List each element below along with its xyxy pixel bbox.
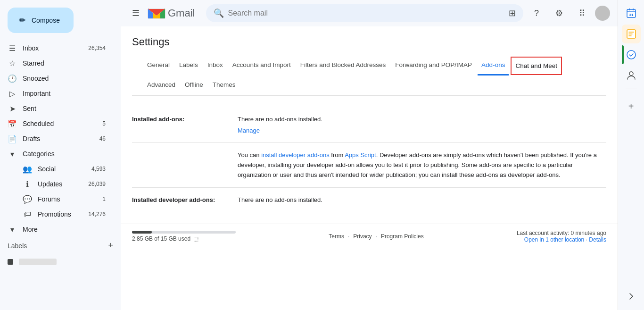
promotions-label: Promotions <box>38 210 71 218</box>
snoozed-icon: 🕐 <box>8 74 17 83</box>
install-text-1: You can <box>238 151 261 159</box>
installed-addons-content: There are no add-ons installed. Manage <box>238 115 606 135</box>
compose-button[interactable]: ✏ Compose <box>8 8 74 33</box>
tab-inbox[interactable]: Inbox <box>204 56 227 75</box>
right-panel-contacts-icon[interactable] <box>622 66 641 85</box>
terms-link[interactable]: Terms <box>329 233 344 240</box>
promotions-count: 14,276 <box>88 211 106 218</box>
footer: 2.85 GB of 15 GB used ⬚ Terms · Privacy … <box>121 224 618 249</box>
drafts-label: Drafts <box>23 135 40 142</box>
help-button[interactable]: ? <box>527 4 546 23</box>
svg-point-12 <box>629 72 633 75</box>
hamburger-menu-button[interactable]: ☰ <box>128 4 143 22</box>
search-icon: 🔍 <box>214 8 224 18</box>
sidebar-item-updates[interactable]: ℹ Updates 26,039 <box>0 176 113 192</box>
tab-filters[interactable]: Filters and Blocked Addresses <box>297 56 390 75</box>
settings-header: Settings General Labels Inbox Accounts a… <box>121 26 618 96</box>
settings-icon: ⚙ <box>555 8 563 18</box>
drafts-icon: 📄 <box>8 134 17 143</box>
open-in-other-link[interactable]: Open in 1 other location <box>524 236 584 243</box>
tab-advanced[interactable]: Advanced <box>143 75 179 95</box>
tab-chat[interactable]: Chat and Meet <box>511 57 562 75</box>
footer-location-line: Open in 1 other location · Details <box>517 236 606 243</box>
sidebar-item-promotions[interactable]: 🏷 Promotions 14,276 <box>0 207 113 222</box>
scheduled-count: 5 <box>102 120 106 127</box>
sidebar-item-scheduled[interactable]: 📅 Scheduled 5 <box>0 116 113 131</box>
right-panel-add-button[interactable]: + <box>622 97 641 116</box>
categories-expand-icon: ▾ <box>8 150 17 159</box>
sidebar-item-categories[interactable]: ▾ Categories <box>0 146 113 161</box>
forums-label: Forums <box>38 195 60 203</box>
starred-icon: ☆ <box>8 59 17 68</box>
right-panel-tasks-icon[interactable] <box>622 25 641 43</box>
search-bar: 🔍 ⊞ <box>206 4 523 22</box>
tab-accounts[interactable]: Accounts and Import <box>229 56 295 75</box>
tab-labels[interactable]: Labels <box>175 56 202 75</box>
installed-addons-label: Installed add-ons: <box>132 115 226 123</box>
right-panel-expand[interactable] <box>627 292 636 302</box>
apps-grid-button[interactable]: ⠿ <box>572 4 591 23</box>
details-link[interactable]: Details <box>589 236 606 243</box>
sidebar-item-sent[interactable]: ➤ Sent <box>0 101 113 116</box>
right-panel-checkmark-icon[interactable] <box>622 45 641 64</box>
install-developer-addons-link[interactable]: install developer add-ons <box>261 151 330 159</box>
labels-title: Labels <box>8 242 27 250</box>
svg-text:31: 31 <box>629 13 633 17</box>
important-label: Important <box>23 90 50 97</box>
settings-button[interactable]: ⚙ <box>550 4 569 23</box>
gmail-logo-icon <box>147 6 166 20</box>
scheduled-label: Scheduled <box>23 120 54 127</box>
starred-label: Starred <box>23 59 44 67</box>
search-input[interactable] <box>228 9 505 17</box>
apps-grid-icon: ⠿ <box>579 8 585 18</box>
privacy-link[interactable]: Privacy <box>353 233 372 240</box>
installed-dev-addons-text: There are no add-ons installed. <box>238 196 322 203</box>
installed-addons-row: Installed add-ons: There are no add-ons … <box>132 107 606 143</box>
sidebar-item-snoozed[interactable]: 🕐 Snoozed <box>0 71 113 86</box>
main-container: ☰ Gmail 🔍 ⊞ ? ⚙ <box>121 0 618 310</box>
storage-external-link-icon[interactable]: ⬚ <box>193 235 198 242</box>
gmail-text: Gmail <box>168 7 195 19</box>
installed-dev-addons-row: Installed developer add-ons: There are n… <box>132 188 606 212</box>
right-panel-calendar-icon[interactable]: 31 <box>622 4 641 23</box>
sidebar-item-important[interactable]: ▷ Important <box>0 86 113 101</box>
right-panel-divider <box>626 89 637 89</box>
sidebar-item-starred[interactable]: ☆ Starred <box>0 56 113 71</box>
program-policies-link[interactable]: Program Policies <box>381 233 424 240</box>
storage-bar-background <box>132 231 236 234</box>
categories-label: Categories <box>23 150 55 158</box>
inbox-count: 26,354 <box>88 45 106 51</box>
search-filters-icon[interactable]: ⊞ <box>509 8 516 18</box>
manage-link[interactable]: Manage <box>238 126 606 135</box>
compose-label: Compose <box>32 17 60 24</box>
tab-addons[interactable]: Add-ons <box>478 56 509 75</box>
tab-offline[interactable]: Offline <box>181 75 207 95</box>
social-icon: 👥 <box>23 165 32 174</box>
footer-activity: Last account activity: 0 minutes ago Ope… <box>517 230 606 243</box>
footer-dot-2: · <box>376 233 377 240</box>
important-icon: ▷ <box>8 89 17 98</box>
right-panel-tasks2-icon-wrapper <box>622 45 641 64</box>
user-avatar[interactable] <box>595 6 610 21</box>
tab-general[interactable]: General <box>143 56 173 75</box>
sidebar-item-drafts[interactable]: 📄 Drafts 46 <box>0 131 113 146</box>
topbar-right: ? ⚙ ⠿ <box>527 4 610 23</box>
sidebar-item-forums[interactable]: 💬 Forums 1 <box>0 192 113 207</box>
updates-label: Updates <box>38 180 62 188</box>
label-item-black[interactable] <box>0 254 121 269</box>
apps-script-link[interactable]: Apps Script <box>345 151 376 159</box>
footer-links: Terms · Privacy · Program Policies <box>329 233 423 240</box>
sidebar-item-inbox[interactable]: ☰ Inbox 26,354 <box>0 41 113 56</box>
developer-addons-info-row: You can install developer add-ons from A… <box>132 143 606 188</box>
sidebar-item-more[interactable]: ▾ More <box>0 222 113 237</box>
settings-tabs: General Labels Inbox Accounts and Import… <box>132 56 606 96</box>
tab-themes[interactable]: Themes <box>209 75 239 95</box>
tab-forwarding[interactable]: Forwarding and POP/IMAP <box>391 56 476 75</box>
labels-add-button[interactable]: + <box>108 241 113 251</box>
scheduled-icon: 📅 <box>8 119 17 128</box>
installed-addons-text: There are no add-ons installed. <box>238 116 322 123</box>
forums-icon: 💬 <box>23 195 32 204</box>
settings-title: Settings <box>132 36 606 48</box>
sidebar-item-social[interactable]: 👥 Social 4,593 <box>0 161 113 176</box>
developer-addons-spacer <box>132 151 226 151</box>
